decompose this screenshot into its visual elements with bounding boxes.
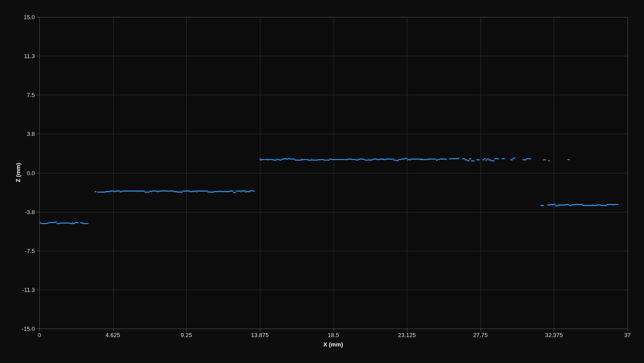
x-tick-label: 0 — [38, 332, 41, 338]
y-tick-label: 15.0 — [8, 14, 35, 21]
x-tick-label: 18.5 — [328, 332, 339, 338]
y-tick-label: 0.0 — [8, 169, 35, 176]
y-tick-label: -15.0 — [8, 325, 35, 332]
x-tick-label: 9.25 — [181, 332, 192, 338]
y-tick-label: 7.5 — [8, 92, 35, 98]
x-tick-label: 13.875 — [251, 332, 269, 338]
y-tick-label: -11.3 — [8, 286, 35, 293]
y-tick-label: 3.8 — [8, 131, 35, 137]
profile-scan-chart: 04.6259.2513.87518.523.12527.7532.37537 … — [0, 0, 644, 363]
y-tick-label: 11.3 — [8, 53, 35, 59]
x-axis-title: X (mm) — [323, 341, 343, 348]
y-tick-label: -3.8 — [8, 208, 35, 215]
x-tick-label: 23.125 — [398, 332, 416, 338]
x-tick-label: 32.375 — [545, 332, 563, 338]
x-tick-label: 37 — [624, 332, 631, 338]
y-axis-title: Z (mm) — [15, 163, 21, 182]
y-tick-label: -7.5 — [8, 247, 35, 254]
x-tick-label: 4.625 — [105, 332, 120, 338]
x-tick-label: 27.75 — [473, 332, 488, 338]
chart-plot-area[interactable] — [0, 0, 644, 363]
